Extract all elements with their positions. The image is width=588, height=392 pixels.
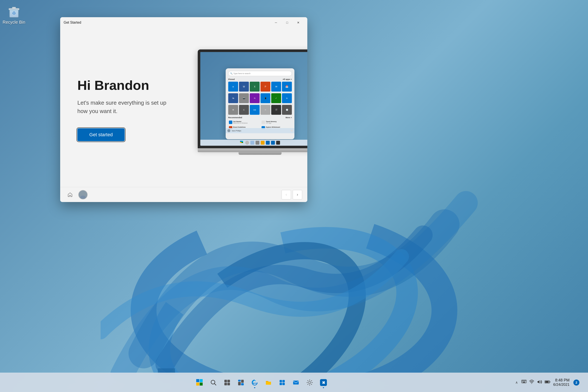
mini-rec-icon-1 xyxy=(229,120,232,124)
laptop-stand xyxy=(238,152,282,155)
mini-recommended-label: Recommended More > xyxy=(228,116,292,119)
mini-apps-grid-2: 🛍 📷 N 📱 ✓ in xyxy=(228,93,292,103)
svg-rect-24 xyxy=(238,380,241,382)
svg-rect-28 xyxy=(280,380,282,382)
mini-search-bar: 🔍 Type here to search xyxy=(228,71,292,76)
mini-app-snip: ✂ xyxy=(260,105,270,115)
taskbar-task-view-button[interactable] xyxy=(221,376,233,388)
recycle-bin-icon[interactable]: ♻ Recycle Bin xyxy=(2,2,26,26)
title-bar: Get Started ─ □ ✕ xyxy=(60,17,307,28)
footer-nav: ‹ › xyxy=(282,190,302,200)
recycle-bin-svg: ♻ xyxy=(6,4,22,19)
svg-rect-23 xyxy=(228,383,230,385)
maximize-button[interactable]: □ xyxy=(282,19,293,26)
mini-tb-store xyxy=(266,141,270,145)
mini-apps-grid-1: e W X P ✉ 📅 xyxy=(228,82,292,92)
mini-app-ppt: P xyxy=(260,82,270,92)
minimize-button[interactable]: ─ xyxy=(270,19,282,26)
svg-rect-5 xyxy=(12,7,16,8)
taskbar-edge-button[interactable] xyxy=(249,376,261,388)
mini-search-text: Type here to search xyxy=(234,72,250,74)
greeting-subtitle: Let's make sure everything is set up how… xyxy=(77,99,172,116)
mini-tb-edge xyxy=(256,141,260,145)
svg-rect-8 xyxy=(240,141,242,142)
svg-text:✖: ✖ xyxy=(322,380,325,385)
svg-rect-50 xyxy=(550,381,550,382)
svg-rect-45 xyxy=(524,382,525,382)
svg-rect-7 xyxy=(10,10,18,17)
mini-app-onenote: N xyxy=(250,93,260,103)
notification-badge[interactable]: 2 xyxy=(574,380,580,386)
battery-icon[interactable] xyxy=(544,380,550,385)
mini-tb-search xyxy=(240,141,244,145)
wifi-icon[interactable] xyxy=(529,379,534,386)
mini-app-edge: e xyxy=(228,82,238,92)
taskbar-file-explorer-button[interactable] xyxy=(262,376,274,388)
mini-rec-title-4: Explore Whiteboard xyxy=(266,126,280,128)
svg-rect-43 xyxy=(523,382,524,382)
svg-rect-14 xyxy=(196,379,199,382)
svg-line-19 xyxy=(214,384,216,385)
mini-app-movies: 🎬 xyxy=(271,105,281,115)
svg-rect-41 xyxy=(526,380,526,381)
svg-rect-15 xyxy=(200,379,203,382)
mini-taskbar xyxy=(200,140,307,146)
mini-rec-title-1: Get Started xyxy=(233,121,248,122)
taskbar-widgets-button[interactable] xyxy=(235,376,247,388)
close-button[interactable]: ✕ xyxy=(293,19,304,26)
svg-point-1 xyxy=(136,206,430,375)
mini-app-wb: WB xyxy=(250,105,260,115)
mini-apps-grid-3: ⚙ C WB ✂ 🎬 🕐 xyxy=(228,105,292,115)
mini-app-calc: C xyxy=(239,105,249,115)
volume-icon[interactable] xyxy=(537,379,542,386)
svg-rect-42 xyxy=(522,382,522,382)
mini-tb-search2 xyxy=(245,141,249,145)
footer-back-button[interactable]: ‹ xyxy=(282,190,291,200)
get-started-button[interactable]: Get started xyxy=(77,128,125,141)
svg-rect-44 xyxy=(524,382,524,382)
footer-left xyxy=(65,190,88,200)
footer-forward-button[interactable]: › xyxy=(293,190,302,200)
svg-rect-25 xyxy=(241,380,244,383)
mini-start-menu: 🔍 Type here to search Pinned All apps > xyxy=(226,68,294,139)
footer-home-button[interactable] xyxy=(65,190,75,200)
recycle-bin-label: Recycle Bin xyxy=(2,20,25,25)
right-panel: 🔍 Type here to search Pinned All apps > xyxy=(185,28,307,187)
svg-point-2 xyxy=(137,217,387,375)
mini-app-settings: ⚙ xyxy=(228,105,238,115)
mini-app-mail: ✉ xyxy=(271,82,281,92)
mini-tb-more xyxy=(276,141,280,145)
mini-app-phone: 📱 xyxy=(260,93,270,103)
svg-rect-26 xyxy=(238,382,241,385)
taskbar-app-x-button[interactable]: ✖ xyxy=(318,376,330,388)
svg-rect-17 xyxy=(200,382,203,386)
mini-rec-sub-1: Welcome to Windows xyxy=(233,122,248,124)
svg-rect-32 xyxy=(293,380,299,384)
taskbar-clock[interactable]: 8:48 PM 6/24/2021 xyxy=(553,378,570,387)
taskbar-store-button[interactable] xyxy=(276,376,288,388)
taskbar-settings-button[interactable] xyxy=(304,376,316,388)
svg-point-13 xyxy=(80,196,86,198)
svg-point-33 xyxy=(308,382,311,384)
svg-rect-46 xyxy=(523,382,525,383)
taskbar-search-button[interactable] xyxy=(208,376,220,388)
keyboard-icon[interactable] xyxy=(522,380,526,385)
mini-rec-title-3: Brand Guidelines xyxy=(233,126,246,128)
svg-rect-20 xyxy=(224,380,227,382)
window-controls: ─ □ ✕ xyxy=(270,19,304,26)
svg-rect-38 xyxy=(523,380,524,381)
mini-app-photos: 📷 xyxy=(239,93,249,103)
mini-user-name: Sara Phillips xyxy=(232,130,241,132)
tray-overflow-button[interactable]: ∧ xyxy=(514,380,519,385)
system-tray: ∧ xyxy=(514,378,580,387)
taskbar: ✖ ∧ xyxy=(0,373,588,392)
mini-power-btn xyxy=(290,130,293,132)
taskbar-mail-button[interactable] xyxy=(290,376,302,388)
laptop-screen: 🔍 Type here to search Pinned All apps > xyxy=(200,52,307,146)
window-footer: ‹ › xyxy=(60,187,307,202)
left-panel: Hi Brandon Let's make sure everything is… xyxy=(60,28,185,187)
laptop-mockup: 🔍 Type here to search Pinned All apps > xyxy=(198,50,307,157)
mini-rec-item-1: Get Started Welcome to Windows xyxy=(228,120,259,125)
taskbar-start-button[interactable] xyxy=(194,376,206,388)
mini-rec-row-1: Get Started Welcome to Windows Travel It… xyxy=(228,120,292,125)
